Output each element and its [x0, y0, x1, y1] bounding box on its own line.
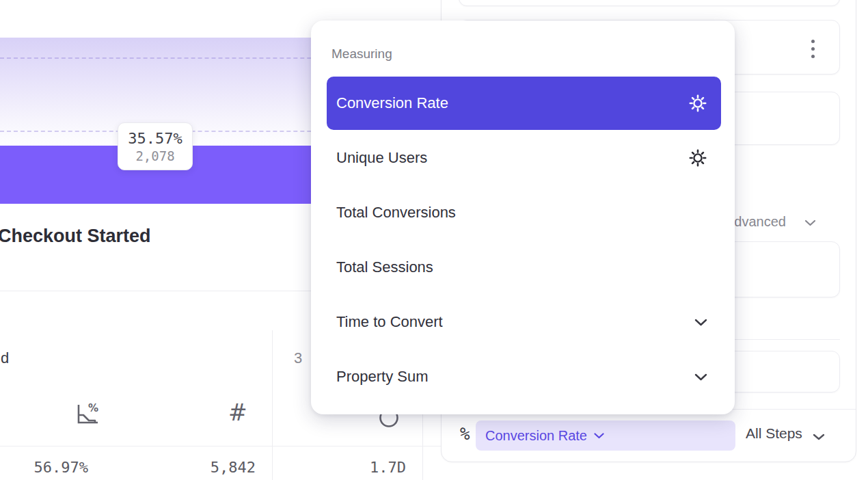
chevron-down-icon: [694, 373, 707, 381]
menu-item-property-sum[interactable]: Property Sum: [327, 350, 721, 403]
gear-icon[interactable]: [688, 94, 707, 113]
table-row-divider: [0, 446, 441, 446]
chevron-down-icon[interactable]: [813, 431, 825, 443]
chip-label: Conversion Rate: [485, 428, 587, 444]
measuring-menu: Measuring Conversion Rate Unique Users T…: [311, 21, 735, 414]
chevron-down-icon[interactable]: [804, 217, 816, 229]
conversion-rate-chip[interactable]: Conversion Rate: [476, 421, 735, 451]
svg-text:%: %: [88, 402, 98, 414]
metric-type-symbol: %: [460, 425, 470, 444]
menu-item-total-sessions[interactable]: Total Sessions: [327, 241, 721, 294]
funnel-report-screen: 35.57% 2,078 Checkout Started d 3 % # 56…: [0, 0, 868, 480]
menu-item-conversion-rate[interactable]: Conversion Rate: [327, 77, 721, 130]
tooltip-conversion-rate: 35.57%: [128, 130, 182, 147]
gear-icon[interactable]: [688, 148, 707, 168]
chart-tooltip: 35.57% 2,078: [118, 122, 193, 170]
hash-icon[interactable]: #: [228, 399, 247, 426]
table-column-divider: [272, 330, 273, 480]
table-value-time: 1.7D: [287, 459, 406, 476]
menu-item-unique-users[interactable]: Unique Users: [327, 131, 721, 185]
menu-item-time-to-convert[interactable]: Time to Convert: [327, 295, 721, 349]
funnel-percent-icon[interactable]: %: [72, 400, 101, 431]
table-value-count: 5,842: [137, 459, 256, 476]
chevron-down-icon: [594, 433, 604, 439]
builder-card: [459, 0, 840, 6]
all-steps-dropdown[interactable]: All Steps: [746, 425, 802, 442]
menu-item-total-conversions[interactable]: Total Conversions: [327, 186, 721, 239]
menu-header: Measuring: [331, 46, 392, 62]
chevron-down-icon: [694, 319, 707, 326]
tooltip-count: 2,078: [135, 148, 174, 163]
step-title: Checkout Started: [0, 226, 151, 247]
table-step2-header: 3: [294, 349, 302, 367]
table-step1-header: d: [1, 349, 9, 367]
table-value-conversion-rate: 56.97%: [0, 459, 88, 476]
kebab-menu-icon[interactable]: [811, 40, 815, 58]
